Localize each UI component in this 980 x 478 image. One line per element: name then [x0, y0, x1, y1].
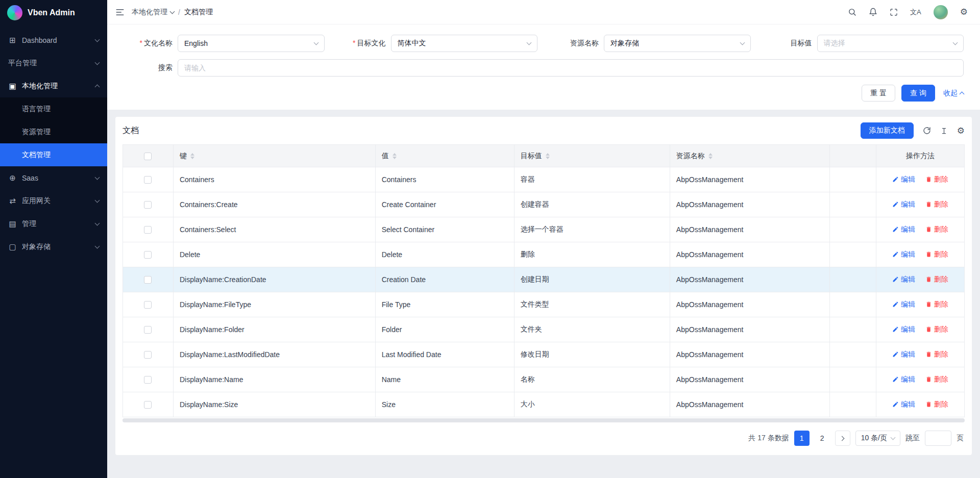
delete-button[interactable]: 删除 — [925, 200, 948, 209]
select-all-checkbox[interactable] — [144, 153, 152, 160]
sidebar-item-语言管理[interactable]: 语言管理 — [0, 97, 107, 120]
sidebar-item-资源管理[interactable]: 资源管理 — [0, 120, 107, 143]
edit-button[interactable]: 编辑 — [892, 275, 915, 284]
edit-button[interactable]: 编辑 — [892, 300, 915, 309]
cell-resource-name: AbpOssManagement — [670, 267, 829, 292]
edit-button[interactable]: 编辑 — [892, 200, 915, 209]
row-checkbox[interactable] — [144, 176, 152, 184]
filter-label: *资源名称 — [550, 39, 599, 48]
delete-button[interactable]: 删除 — [925, 350, 948, 359]
chevron-icon — [95, 37, 100, 42]
filter-select[interactable]: English — [178, 35, 325, 52]
app-logo[interactable]: Vben Admin — [0, 0, 107, 26]
reset-button[interactable]: 重 置 — [862, 85, 895, 102]
row-checkbox[interactable] — [144, 351, 152, 359]
edit-button[interactable]: 编辑 — [892, 325, 915, 334]
next-page-button[interactable] — [835, 431, 850, 446]
row-checkbox[interactable] — [144, 201, 152, 209]
delete-button[interactable]: 删除 — [925, 250, 948, 259]
page-size-select[interactable]: 10 条/页 — [855, 431, 900, 446]
edit-button[interactable]: 编辑 — [892, 400, 915, 409]
sidebar-item-应用网关[interactable]: ⇄ 应用网关 — [0, 189, 107, 212]
table-row: DisplayName:CreationDate Creation Date 创… — [123, 267, 965, 292]
sort-icon — [190, 153, 194, 159]
row-checkbox[interactable] — [144, 251, 152, 259]
page-button-2[interactable]: 2 — [815, 431, 830, 446]
column-header-resource[interactable]: 资源名称 — [670, 145, 829, 167]
delete-button[interactable]: 删除 — [925, 325, 948, 334]
delete-button[interactable]: 删除 — [925, 375, 948, 384]
cell-value: Create Container — [375, 192, 514, 217]
delete-button[interactable]: 删除 — [925, 300, 948, 309]
edit-button[interactable]: 编辑 — [892, 225, 915, 234]
sidebar-item-Saas[interactable]: ⊕ Saas — [0, 166, 107, 189]
filter-select[interactable]: 对象存储 — [604, 35, 751, 52]
edit-button[interactable]: 编辑 — [892, 375, 915, 384]
page-button-1[interactable]: 1 — [794, 431, 810, 446]
row-checkbox[interactable] — [144, 301, 152, 309]
sidebar-item-对象存储[interactable]: ▢ 对象存储 — [0, 235, 107, 258]
filter-select[interactable]: 请选择 — [817, 35, 964, 52]
search-icon[interactable] — [848, 8, 856, 16]
cell-empty — [830, 192, 876, 217]
column-header-key[interactable]: 键 — [173, 145, 375, 167]
table-row: DisplayName:Folder Folder 文件夹 AbpOssMana… — [123, 317, 965, 342]
cell-target-value: 修改日期 — [514, 342, 670, 367]
edit-button[interactable]: 编辑 — [892, 175, 915, 184]
table-card: 文档 添加新文档 ⚙ — [115, 117, 972, 455]
row-checkbox[interactable] — [144, 226, 152, 234]
row-checkbox[interactable] — [144, 326, 152, 334]
row-checkbox[interactable] — [144, 401, 152, 409]
filter-select[interactable]: 简体中文 — [391, 35, 538, 52]
breadcrumb-parent[interactable]: 本地化管理 — [132, 8, 174, 17]
edit-pencil-icon — [892, 301, 899, 308]
sidebar-item-文档管理[interactable]: 文档管理 — [0, 143, 107, 166]
add-document-button[interactable]: 添加新文档 — [861, 122, 914, 139]
edit-pencil-icon — [892, 351, 899, 358]
cell-resource-name: AbpOssManagement — [670, 367, 829, 392]
refresh-icon[interactable] — [923, 127, 931, 135]
horizontal-scrollbar[interactable] — [122, 418, 965, 422]
chevron-icon — [95, 220, 100, 225]
edit-button[interactable]: 编辑 — [892, 250, 915, 259]
search-input[interactable] — [178, 59, 964, 77]
notification-bell-icon[interactable] — [869, 8, 877, 16]
settings-gear-icon[interactable]: ⚙ — [960, 8, 968, 16]
cell-value: Containers — [375, 167, 514, 192]
fullscreen-icon[interactable] — [890, 8, 898, 16]
sidebar-item-管理[interactable]: ▤ 管理 — [0, 212, 107, 235]
dashboard-icon: ⊞ — [8, 36, 17, 45]
table-row: Delete Delete 删除 AbpOssManagement 编辑 删除 — [123, 242, 965, 267]
jump-page-input[interactable] — [925, 431, 951, 446]
table-row: DisplayName:Size Size 大小 AbpOssManagemen… — [123, 392, 965, 417]
delete-button[interactable]: 删除 — [925, 175, 948, 184]
column-header-value[interactable]: 值 — [375, 145, 514, 167]
delete-button[interactable]: 删除 — [925, 400, 948, 409]
column-header-target[interactable]: 目标值 — [514, 145, 670, 167]
edit-button[interactable]: 编辑 — [892, 350, 915, 359]
cell-key: DisplayName:Name — [173, 367, 375, 392]
required-asterisk: * — [353, 39, 355, 47]
filter-label: *文化名称 — [124, 39, 173, 48]
localization-icon: ▣ — [8, 82, 17, 91]
sidebar-item-Dashboard[interactable]: ⊞ Dashboard — [0, 29, 107, 52]
translate-icon[interactable]: 文A — [910, 8, 921, 17]
jump-prefix-label: 跳至 — [905, 434, 920, 443]
column-settings-icon[interactable]: ⚙ — [957, 127, 965, 135]
cell-value: Name — [375, 367, 514, 392]
cell-target-value: 容器 — [514, 167, 670, 192]
sidebar-item-本地化管理[interactable]: ▣ 本地化管理 — [0, 74, 107, 97]
query-button[interactable]: 查 询 — [901, 85, 935, 102]
trash-icon — [925, 251, 932, 258]
sidebar-item-平台管理[interactable]: 平台管理 — [0, 52, 107, 74]
row-checkbox[interactable] — [144, 376, 152, 384]
row-checkbox[interactable] — [144, 276, 152, 284]
user-avatar[interactable] — [934, 5, 948, 19]
collapse-link[interactable]: 收起 — [943, 89, 964, 98]
sidebar-collapse-icon[interactable] — [115, 8, 125, 17]
cell-resource-name: AbpOssManagement — [670, 242, 829, 267]
delete-button[interactable]: 删除 — [925, 225, 948, 234]
delete-button[interactable]: 删除 — [925, 275, 948, 284]
row-height-icon[interactable] — [940, 127, 948, 135]
edit-pencil-icon — [892, 376, 899, 383]
